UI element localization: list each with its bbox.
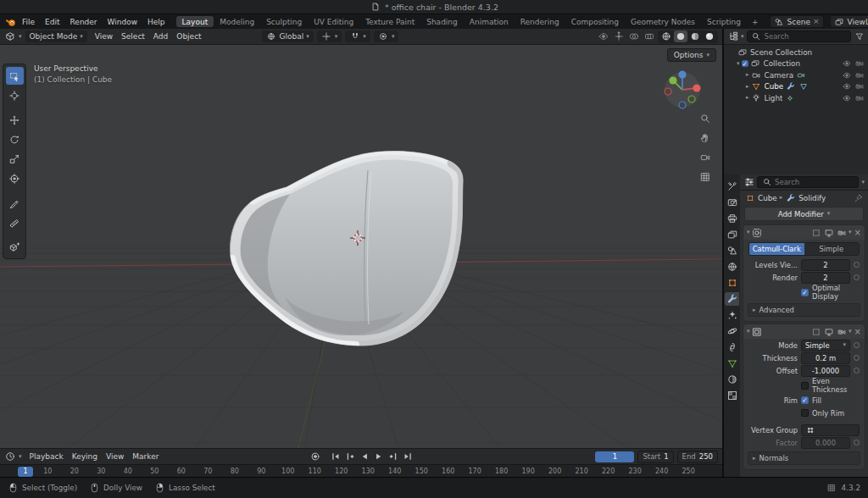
transport-play-button[interactable]: [372, 451, 385, 462]
monitor-icon[interactable]: [823, 326, 834, 337]
catmull-clark-button[interactable]: Catmull-Clark: [749, 243, 804, 255]
options-dropdown[interactable]: Options ▾: [667, 48, 716, 62]
editor-type-properties-icon[interactable]: [743, 177, 754, 188]
close-icon[interactable]: ×: [854, 327, 861, 336]
add-modifier-button[interactable]: Add Modifier ▾: [744, 207, 864, 221]
rim-fill-checkbox[interactable]: ✓: [801, 396, 809, 404]
timeline-menu-view[interactable]: View: [102, 451, 128, 462]
3d-viewport[interactable]: User Perspective (1) Collection | Cube O…: [0, 45, 722, 448]
thickness-field[interactable]: 0.2 m: [801, 352, 850, 364]
gizmo-toggle-toggle[interactable]: [612, 30, 626, 42]
properties-tab-render[interactable]: [725, 196, 739, 209]
visibility-toggle[interactable]: [597, 30, 610, 42]
ruler-tick-130[interactable]: 130: [362, 468, 375, 475]
blender-logo-icon[interactable]: [5, 16, 16, 27]
transport-prev-key-button[interactable]: [343, 451, 356, 462]
ruler-tick-40[interactable]: 40: [124, 468, 132, 475]
shading-sphere-solid[interactable]: [674, 30, 687, 42]
chevron-down-icon[interactable]: ▾: [747, 329, 750, 335]
ruler-tick-140[interactable]: 140: [388, 468, 401, 475]
normals-subpanel[interactable]: ▸ Normals: [748, 451, 860, 465]
viewport-menu-add[interactable]: Add: [149, 31, 172, 42]
playhead[interactable]: 1: [18, 467, 33, 477]
properties-tab-texture[interactable]: [725, 389, 739, 402]
animate-decorator-icon[interactable]: [854, 342, 860, 348]
offset-field[interactable]: -1.0000: [801, 365, 850, 377]
ruler-tick-210[interactable]: 210: [576, 468, 588, 475]
animate-decorator-icon[interactable]: [854, 274, 860, 280]
vertex-group-field[interactable]: [801, 424, 860, 436]
eye-icon[interactable]: [841, 81, 852, 92]
mode-dropdown[interactable]: Object Mode ▾: [25, 30, 87, 42]
factor-field[interactable]: 0.000: [801, 437, 850, 449]
chevron-down-icon[interactable]: ▾: [849, 230, 852, 235]
pin-icon[interactable]: [853, 192, 864, 203]
ruler-tick-110[interactable]: 110: [309, 468, 321, 475]
workspace-tab-geometry-nodes[interactable]: Geometry Nodes: [625, 16, 701, 27]
viewport-menu-object[interactable]: Object: [172, 31, 205, 42]
snap-toggle[interactable]: ▾: [345, 30, 370, 42]
transform-orientation-dropdown[interactable]: Global ▾: [262, 30, 314, 42]
workspace-tab-uv-editing[interactable]: UV Editing: [308, 16, 359, 27]
properties-tab-particles[interactable]: [725, 308, 739, 322]
ruler-tick-80[interactable]: 80: [231, 468, 239, 475]
properties-tab-view-layer[interactable]: [725, 228, 739, 241]
workspace-tab-rendering[interactable]: Rendering: [515, 16, 565, 27]
editor-type-3d-viewport-icon[interactable]: [4, 31, 15, 42]
properties-tab-constraints[interactable]: [725, 340, 739, 354]
tool-annotate[interactable]: [6, 194, 24, 212]
camera-restrict-icon[interactable]: [854, 92, 865, 103]
tool-cursor[interactable]: [6, 86, 24, 104]
even-thickness-toggle[interactable]: Even Thickness: [801, 377, 860, 394]
menu-edit[interactable]: Edit: [40, 17, 64, 27]
filter-icon[interactable]: [854, 31, 865, 42]
advanced-subpanel[interactable]: ▸ Advanced: [748, 303, 860, 317]
properties-tab-object[interactable]: [725, 276, 739, 290]
timeline-menu-marker[interactable]: Marker: [128, 451, 163, 462]
outliner-row-cube[interactable]: ▸Cube: [724, 81, 868, 93]
close-icon[interactable]: ×: [854, 228, 861, 237]
camera-restrict-icon[interactable]: [854, 81, 865, 92]
shading-sphere-wire[interactable]: [659, 30, 673, 42]
scene-selector[interactable]: Scene ×: [770, 15, 824, 28]
solidify-mode-dropdown[interactable]: Simple ▾: [801, 340, 850, 351]
unlink-scene-icon[interactable]: ×: [813, 18, 820, 25]
outliner-row-collection[interactable]: ▾✓Collection: [724, 58, 868, 70]
editor-type-timeline-icon[interactable]: [4, 451, 15, 462]
animate-decorator-icon[interactable]: [854, 440, 860, 445]
transport-jump-start-button[interactable]: [329, 451, 342, 462]
eye-icon[interactable]: [841, 58, 852, 69]
ruler-tick-190[interactable]: 190: [522, 468, 535, 475]
shading-sphere-material[interactable]: [688, 30, 702, 42]
viewport-menu-select[interactable]: Select: [117, 31, 149, 42]
chevron-down-icon[interactable]: ▾: [737, 61, 740, 67]
menu-help[interactable]: Help: [142, 17, 170, 27]
shading-sphere-rendered[interactable]: [703, 30, 716, 42]
timeline-menu-playback[interactable]: Playback: [25, 451, 68, 462]
ruler-tick-230[interactable]: 230: [628, 468, 641, 475]
ruler-tick-60[interactable]: 60: [177, 468, 186, 475]
properties-tab-scene[interactable]: [725, 244, 739, 257]
tool-transform[interactable]: [6, 169, 24, 187]
viewport-magnifier-control[interactable]: [698, 113, 712, 125]
viewport-camera-control[interactable]: [698, 152, 712, 163]
transport-next-key-button[interactable]: [387, 451, 399, 462]
tool-move[interactable]: [6, 111, 24, 129]
animate-decorator-icon[interactable]: [854, 355, 860, 361]
subdivision-modifier-header[interactable]: ▾▾×: [743, 225, 865, 240]
workspace-tab-texture-paint[interactable]: Texture Paint: [359, 16, 420, 27]
simple-button[interactable]: Simple: [804, 243, 860, 255]
eye-icon[interactable]: [841, 69, 852, 80]
ruler-tick-240[interactable]: 240: [655, 468, 668, 475]
ruler-tick-30[interactable]: 30: [97, 468, 105, 475]
chevron-down-icon[interactable]: ▾: [849, 329, 852, 335]
ruler-tick-50[interactable]: 50: [150, 468, 159, 475]
chevron-right-icon[interactable]: ▸: [746, 72, 749, 78]
properties-tab-data[interactable]: [725, 357, 739, 370]
frame-end-field[interactable]: End 250: [677, 451, 718, 463]
workspace-tab-animation[interactable]: Animation: [464, 16, 515, 27]
properties-tab-world[interactable]: [725, 260, 739, 274]
ruler-tick-100[interactable]: 100: [281, 468, 294, 475]
ruler-tick-90[interactable]: 90: [257, 468, 265, 475]
outliner-search-input[interactable]: [765, 32, 847, 41]
